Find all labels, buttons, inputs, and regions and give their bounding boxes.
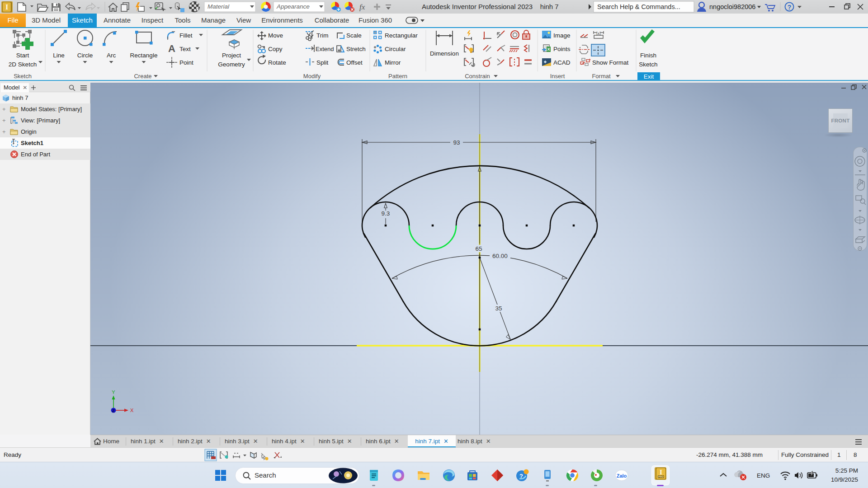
svg-text:Point: Point (179, 59, 193, 66)
svg-text:Sketch: Sketch (639, 61, 657, 68)
svg-text:Material: Material (208, 3, 230, 10)
svg-text:Circle: Circle (77, 52, 93, 59)
svg-text:[x]: [x] (596, 31, 601, 36)
svg-text:Extend: Extend (316, 46, 334, 52)
svg-text:Modify: Modify (303, 73, 321, 80)
svg-text:Rotate: Rotate (268, 59, 286, 66)
svg-text:PRO: PRO (658, 475, 664, 478)
svg-text:Create: Create (134, 73, 151, 80)
svg-text:I: I (660, 469, 662, 476)
svg-text:A: A (168, 43, 175, 54)
svg-text:2D Sketch: 2D Sketch (9, 61, 37, 68)
svg-text:Appearance: Appearance (276, 3, 310, 10)
svg-text:X: X (547, 47, 550, 52)
svg-text:Constrain: Constrain (465, 73, 490, 80)
svg-text:Trim: Trim (316, 32, 329, 39)
svg-text:93: 93 (453, 139, 460, 146)
svg-text:Z: Z (112, 408, 115, 413)
svg-text:Start: Start (16, 52, 29, 59)
svg-text:Points: Points (553, 46, 571, 52)
svg-text:Y: Y (112, 389, 115, 395)
svg-text:Rectangular: Rectangular (385, 32, 418, 39)
svg-text:?: ? (519, 473, 523, 479)
svg-text:Format: Format (592, 73, 611, 80)
svg-text:Scale: Scale (346, 32, 362, 39)
svg-text:60.00: 60.00 (492, 253, 508, 259)
svg-text:Search Help & Commands...: Search Help & Commands... (597, 3, 680, 10)
svg-text:ACAD: ACAD (553, 59, 571, 66)
svg-text:Finish: Finish (640, 52, 656, 59)
svg-text:Copy: Copy (268, 46, 283, 52)
svg-text:Project: Project (222, 52, 241, 59)
svg-text:Exit: Exit (644, 73, 654, 80)
svg-text:Circular: Circular (385, 46, 406, 52)
svg-text:Mirror: Mirror (385, 59, 401, 66)
svg-text:Fillet: Fillet (179, 32, 193, 39)
svg-text:Stretch: Stretch (346, 46, 366, 52)
svg-text:Image: Image (553, 32, 571, 39)
svg-text:Line: Line (53, 52, 65, 59)
svg-text:Show Format: Show Format (592, 59, 629, 66)
svg-text:Zalo: Zalo (617, 473, 627, 479)
svg-text:35: 35 (495, 305, 502, 312)
svg-text:I: I (5, 3, 8, 11)
svg-text:Geometry: Geometry (218, 61, 245, 68)
svg-text:fx: fx (359, 3, 365, 11)
svg-text:Split: Split (316, 59, 329, 66)
svg-text:9.3: 9.3 (382, 210, 390, 217)
svg-text:Text: Text (179, 46, 191, 52)
svg-text:ENG: ENG (757, 472, 770, 479)
svg-text:Pattern: Pattern (388, 73, 407, 80)
svg-text:?: ? (788, 4, 792, 11)
svg-text:Sketch: Sketch (14, 73, 32, 80)
svg-text:65: 65 (475, 245, 482, 252)
svg-text:Dimension: Dimension (430, 50, 459, 57)
svg-text:nngocloi982006: nngocloi982006 (709, 3, 755, 10)
svg-text:X: X (130, 408, 134, 413)
svg-text:Insert: Insert (550, 73, 565, 80)
svg-text:Arc: Arc (107, 52, 116, 59)
svg-text:Rectangle: Rectangle (130, 52, 158, 59)
svg-text:Offset: Offset (346, 59, 363, 66)
svg-text:Move: Move (268, 32, 283, 39)
